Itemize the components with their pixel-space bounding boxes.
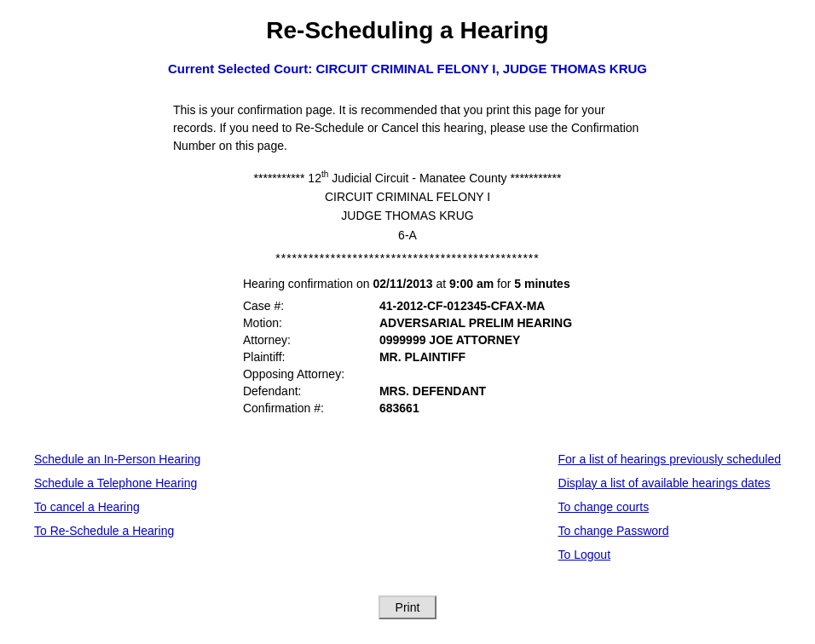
court-line2: JUDGE THOMAS KRUG xyxy=(173,206,642,225)
link-cancel-hearing[interactable]: To cancel a Hearing xyxy=(34,500,200,514)
case-label: Case #: xyxy=(243,299,379,313)
hearing-time: 9:00 am xyxy=(449,277,494,290)
print-button[interactable]: Print xyxy=(379,595,437,619)
page-title: Re-Scheduling a Hearing xyxy=(17,17,798,44)
confirmation-row: Confirmation #: 683661 xyxy=(243,401,572,415)
hearing-label: Hearing confirmation on xyxy=(243,277,370,290)
motion-value: ADVERSARIAL PRELIM HEARING xyxy=(379,316,572,330)
confirmation-value: 683661 xyxy=(379,401,419,415)
links-left: Schedule an In-Person Hearing Schedule a… xyxy=(34,452,200,561)
confirmation-label: Confirmation #: xyxy=(243,401,379,415)
court-name: CIRCUIT CRIMINAL FELONY I, JUDGE THOMAS … xyxy=(315,61,647,76)
link-list-hearings[interactable]: For a list of hearings previously schedu… xyxy=(558,452,781,466)
links-right: For a list of hearings previously schedu… xyxy=(558,452,781,561)
judicial-circuit-line: *********** 12th Judicial Circuit - Mana… xyxy=(173,168,642,187)
link-schedule-inperson[interactable]: Schedule an In-Person Hearing xyxy=(34,452,200,466)
court-line3: 6-A xyxy=(173,226,642,244)
hearing-at-label: at xyxy=(436,277,446,290)
defendant-value: MRS. DEFENDANT xyxy=(379,384,486,398)
hearing-date: 02/11/2013 xyxy=(373,277,432,290)
case-value: 41-2012-CF-012345-CFAX-MA xyxy=(379,299,546,313)
plaintiff-value: MR. PLAINTIFF xyxy=(379,350,465,364)
opposing-label: Opposing Attorney: xyxy=(243,367,379,381)
case-row: Case #: 41-2012-CF-012345-CFAX-MA xyxy=(243,299,572,313)
confirmation-box: This is your confirmation page. It is re… xyxy=(173,101,642,418)
hearing-duration: 5 minutes xyxy=(514,277,569,290)
stars-bottom: ****************************************… xyxy=(173,249,642,267)
hearing-details: Hearing confirmation on 02/11/2013 at 9:… xyxy=(243,277,572,418)
court-header: Current Selected Court: CIRCUIT CRIMINAL… xyxy=(17,61,798,76)
link-change-password[interactable]: To change Password xyxy=(558,524,781,538)
court-line1: CIRCUIT CRIMINAL FELONY I xyxy=(173,187,642,206)
link-schedule-telephone[interactable]: Schedule a Telephone Hearing xyxy=(34,476,200,490)
links-section: Schedule an In-Person Hearing Schedule a… xyxy=(17,444,798,570)
plaintiff-label: Plaintiff: xyxy=(243,350,379,364)
plaintiff-row: Plaintiff: MR. PLAINTIFF xyxy=(243,350,572,364)
motion-label: Motion: xyxy=(243,316,379,330)
link-logout[interactable]: To Logout xyxy=(558,548,781,561)
defendant-row: Defendant: MRS. DEFENDANT xyxy=(243,384,572,398)
link-change-courts[interactable]: To change courts xyxy=(558,500,781,514)
hearing-summary-line: Hearing confirmation on 02/11/2013 at 9:… xyxy=(243,277,572,290)
intro-text: This is your confirmation page. It is re… xyxy=(173,101,642,155)
hearing-for-label: for xyxy=(497,277,511,290)
court-info: *********** 12th Judicial Circuit - Mana… xyxy=(173,168,642,268)
link-available-dates[interactable]: Display a list of available hearings dat… xyxy=(558,476,781,490)
attorney-row: Attorney: 0999999 JOE ATTORNEY xyxy=(243,333,572,347)
print-section: Print xyxy=(17,595,798,619)
motion-row: Motion: ADVERSARIAL PRELIM HEARING xyxy=(243,316,572,330)
court-header-label: Current Selected Court: xyxy=(168,61,312,76)
opposing-row: Opposing Attorney: xyxy=(243,367,572,381)
defendant-label: Defendant: xyxy=(243,384,379,398)
attorney-label: Attorney: xyxy=(243,333,379,347)
link-reschedule-hearing[interactable]: To Re-Schedule a Hearing xyxy=(34,524,200,538)
attorney-value: 0999999 JOE ATTORNEY xyxy=(379,333,520,347)
